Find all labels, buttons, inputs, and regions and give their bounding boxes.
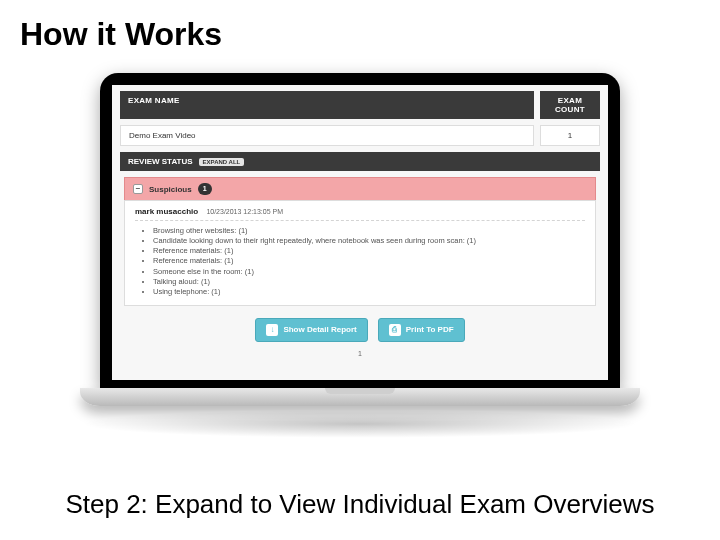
action-buttons: ↓ Show Detail Report ⎙ Print To PDF <box>112 312 608 350</box>
alert-card: − Suspicious 1 mark musacchio 10/23/2013… <box>112 177 608 312</box>
alert-body: mark musacchio 10/23/2013 12:13:05 PM Br… <box>124 200 596 306</box>
slide-title: How it Works <box>0 0 720 53</box>
list-item: Reference materials: (1) <box>153 246 585 256</box>
review-status-row: REVIEW STATUS EXPAND ALL <box>112 152 608 177</box>
pager: 1 <box>112 350 608 361</box>
exam-count-value: 1 <box>540 125 600 146</box>
column-headers: EXAM NAME EXAM COUNT <box>112 85 608 125</box>
app-screen: EXAM NAME EXAM COUNT Demo Exam Video 1 R… <box>112 85 608 380</box>
exam-name-value: Demo Exam Video <box>120 125 534 146</box>
list-item: Talking aloud: (1) <box>153 277 585 287</box>
alert-header[interactable]: − Suspicious 1 <box>124 177 596 200</box>
review-status-label: REVIEW STATUS <box>128 157 193 166</box>
laptop-screen-bezel: EXAM NAME EXAM COUNT Demo Exam Video 1 R… <box>100 73 620 388</box>
laptop-shadow <box>80 410 640 438</box>
list-item: Using telephone: (1) <box>153 287 585 297</box>
review-status-header: REVIEW STATUS EXPAND ALL <box>120 152 600 171</box>
print-to-pdf-button[interactable]: ⎙ Print To PDF <box>378 318 465 342</box>
laptop-notch <box>325 388 395 394</box>
list-item: Candidate looking down to their right re… <box>153 236 585 246</box>
student-name: mark musacchio <box>135 207 198 216</box>
student-timestamp: 10/23/2013 12:13:05 PM <box>206 208 283 215</box>
download-icon: ↓ <box>266 324 278 336</box>
list-item: Browsing other websites: (1) <box>153 226 585 236</box>
collapse-icon[interactable]: − <box>133 184 143 194</box>
print-pdf-label: Print To PDF <box>406 325 454 334</box>
print-icon: ⎙ <box>389 324 401 336</box>
status-badge: 1 <box>198 183 212 195</box>
list-item: Reference materials: (1) <box>153 256 585 266</box>
column-values: Demo Exam Video 1 <box>112 125 608 152</box>
slide-caption: Step 2: Expand to View Individual Exam O… <box>0 489 720 520</box>
show-detail-report-button[interactable]: ↓ Show Detail Report <box>255 318 367 342</box>
status-label: Suspicious <box>149 185 192 194</box>
exam-name-header: EXAM NAME <box>120 91 534 119</box>
expand-all-button[interactable]: EXPAND ALL <box>199 158 245 166</box>
incident-list: Browsing other websites: (1) Candidate l… <box>135 226 585 297</box>
student-row: mark musacchio 10/23/2013 12:13:05 PM <box>135 207 585 221</box>
list-item: Someone else in the room: (1) <box>153 267 585 277</box>
laptop-base <box>80 388 640 406</box>
detail-report-label: Show Detail Report <box>283 325 356 334</box>
exam-count-header: EXAM COUNT <box>540 91 600 119</box>
laptop-mockup: EXAM NAME EXAM COUNT Demo Exam Video 1 R… <box>80 73 640 438</box>
